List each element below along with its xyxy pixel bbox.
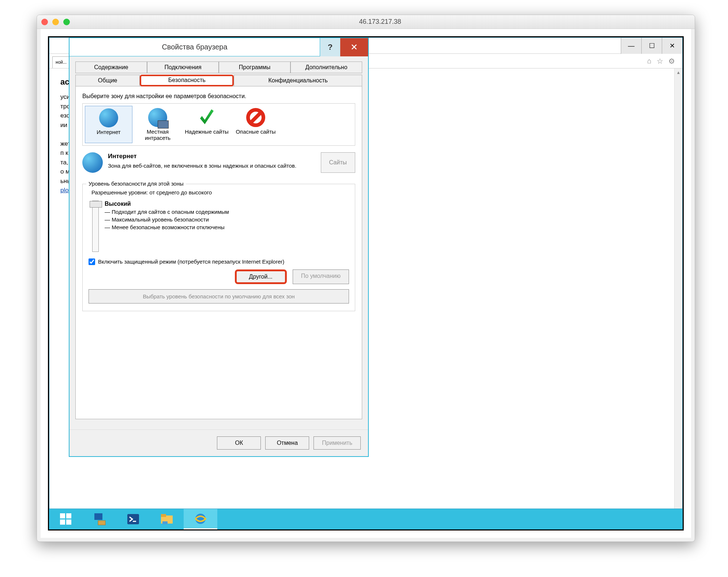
favorites-icon[interactable]: ☆ xyxy=(657,57,663,66)
level-bullet-1: — Подходит для сайтов с опасным содержим… xyxy=(105,209,229,215)
remote-desktop-viewport: — ☐ ✕ ной... ✕ ⌂ ☆ ⚙ xyxy=(41,29,691,538)
ie-icon xyxy=(193,511,208,526)
security-level-slider[interactable] xyxy=(92,201,99,252)
prohibited-icon xyxy=(246,108,265,127)
protected-mode-label: Включить защищенный режим (потребуется п… xyxy=(98,258,284,265)
security-slider-area: Высокий — Подходит для сайтов с опасным … xyxy=(89,201,349,252)
checkmark-icon xyxy=(197,108,216,127)
zone-description: Интернет Зона для веб-сайтов, не включен… xyxy=(82,152,355,173)
dialog-titlebar[interactable]: Свойства браузера ? ✕ xyxy=(70,38,368,56)
ie-minimize-button[interactable]: — xyxy=(621,38,641,54)
zone-restricted-label: Опасные сайты xyxy=(233,129,279,135)
taskbar-server-manager[interactable] xyxy=(83,509,116,529)
ie-tab-label: ной... xyxy=(56,60,67,65)
internet-globe-icon xyxy=(99,108,118,127)
home-icon[interactable]: ⌂ xyxy=(647,57,652,66)
protected-mode-checkbox[interactable] xyxy=(89,258,95,265)
apply-button[interactable]: Применить xyxy=(314,436,361,450)
default-level-button[interactable]: По умолчанию xyxy=(293,269,349,284)
mac-window: 46.173.217.38 — ☐ ✕ ной... ✕ xyxy=(37,15,695,542)
start-button[interactable] xyxy=(49,509,83,529)
dialog-help-button[interactable]: ? xyxy=(320,38,340,56)
server-manager-icon xyxy=(93,513,106,526)
scroll-up-icon[interactable]: ▲ xyxy=(675,68,682,77)
svg-rect-3 xyxy=(66,520,71,525)
mac-zoom-icon[interactable] xyxy=(63,19,70,25)
dialog-body: Содержание Подключения Программы Дополни… xyxy=(70,56,368,423)
tab-security[interactable]: Безопасность xyxy=(140,75,234,86)
zone-description-title: Интернет xyxy=(108,152,296,161)
windows-taskbar xyxy=(49,509,683,529)
ie-window-controls: — ☐ ✕ xyxy=(621,38,682,53)
mac-titlebar: 46.173.217.38 xyxy=(37,15,695,29)
zone-internet-label: Интернет xyxy=(86,129,131,135)
zone-trusted[interactable]: Надежные сайты xyxy=(183,106,230,143)
powershell-icon xyxy=(127,513,140,526)
mac-window-title: 46.173.217.38 xyxy=(70,18,690,26)
dialog-tabs-row-1: Содержание Подключения Программы Дополни… xyxy=(75,62,362,73)
mac-minimize-icon[interactable] xyxy=(52,19,59,25)
sites-button[interactable]: Сайты xyxy=(321,152,355,173)
tab-advanced[interactable]: Дополнительно xyxy=(290,62,362,73)
ie-close-button[interactable]: ✕ xyxy=(662,38,682,54)
level-name: Высокий xyxy=(105,201,131,207)
tab-programs[interactable]: Программы xyxy=(219,62,290,73)
svg-point-10 xyxy=(195,514,206,524)
zone-restricted[interactable]: Опасные сайты xyxy=(232,106,279,143)
zone-description-body: Зона для веб-сайтов, не включенных в зон… xyxy=(108,163,296,169)
internet-options-dialog: Свойства браузера ? ✕ Содержание Подключ… xyxy=(69,37,369,457)
allowed-levels-label: Разрешенные уровни: от среднего до высок… xyxy=(91,189,349,196)
taskbar-internet-explorer[interactable] xyxy=(184,509,217,529)
mac-close-icon[interactable] xyxy=(41,19,48,25)
taskbar-file-explorer[interactable] xyxy=(150,509,184,529)
zone-trusted-label: Надежные сайты xyxy=(184,129,230,135)
tab-content[interactable]: Содержание xyxy=(75,62,147,73)
zone-description-text: Интернет Зона для веб-сайтов, не включен… xyxy=(108,152,296,173)
security-level-fieldset: Уровень безопасности для этой зоны Разре… xyxy=(82,184,355,311)
cancel-button[interactable]: Отмена xyxy=(265,436,309,450)
custom-level-button[interactable]: Другой... xyxy=(235,269,287,284)
svg-rect-0 xyxy=(60,513,65,518)
ie-toolbar-icons: ⌂ ☆ ⚙ xyxy=(647,57,679,66)
ok-button[interactable]: ОК xyxy=(217,436,261,450)
level-buttons-row: Другой... По умолчанию xyxy=(89,269,349,284)
dialog-title: Свойства браузера xyxy=(70,43,320,51)
svg-rect-4 xyxy=(94,513,102,520)
svg-rect-8 xyxy=(161,514,166,517)
intranet-icon xyxy=(148,108,167,127)
level-bullet-2: — Максимальный уровень безопасности xyxy=(105,216,229,223)
zone-prompt-label: Выберите зону для настройки ее параметро… xyxy=(82,93,355,100)
mac-traffic-lights xyxy=(41,19,70,25)
svg-rect-2 xyxy=(60,520,65,525)
svg-rect-1 xyxy=(66,513,71,518)
level-description: Высокий — Подходит для сайтов с опасным … xyxy=(105,201,229,252)
level-bullet-3: — Менее безопасные возможности отключены xyxy=(105,224,229,230)
svg-rect-5 xyxy=(98,521,105,525)
taskbar-powershell[interactable] xyxy=(116,509,150,529)
reset-all-zones-button[interactable]: Выбрать уровень безопасности по умолчани… xyxy=(89,289,349,304)
security-tab-panel: Выберите зону для настройки ее параметро… xyxy=(75,86,362,419)
tab-general[interactable]: Общие xyxy=(75,75,140,86)
tab-connections[interactable]: Подключения xyxy=(147,62,219,73)
zones-list: Интернет Местная интрасеть Надежные сайт… xyxy=(82,103,355,146)
tab-privacy[interactable]: Конфиденциальность xyxy=(234,75,362,86)
ie-maximize-button[interactable]: ☐ xyxy=(641,38,662,54)
dialog-tabs-row-2: Общие Безопасность Конфиденциальность xyxy=(75,75,362,86)
slider-thumb[interactable] xyxy=(90,201,102,208)
windows-desktop: — ☐ ✕ ной... ✕ ⌂ ☆ ⚙ xyxy=(48,36,684,531)
zone-internet[interactable]: Интернет xyxy=(85,106,132,143)
zone-description-icon xyxy=(82,152,103,173)
ie-vertical-scrollbar[interactable]: ▲ xyxy=(674,68,682,509)
windows-logo-icon xyxy=(60,513,72,525)
folder-icon xyxy=(160,513,173,526)
zone-intranet-label: Местная интрасеть xyxy=(135,129,181,141)
svg-rect-9 xyxy=(162,521,168,524)
settings-gear-icon[interactable]: ⚙ xyxy=(668,57,675,66)
protected-mode-row: Включить защищенный режим (потребуется п… xyxy=(89,258,349,265)
zone-intranet[interactable]: Местная интрасеть xyxy=(134,106,181,143)
dialog-close-button[interactable]: ✕ xyxy=(340,38,368,56)
security-level-legend: Уровень безопасности для этой зоны xyxy=(86,180,186,187)
dialog-footer: ОК Отмена Применить xyxy=(70,429,368,456)
